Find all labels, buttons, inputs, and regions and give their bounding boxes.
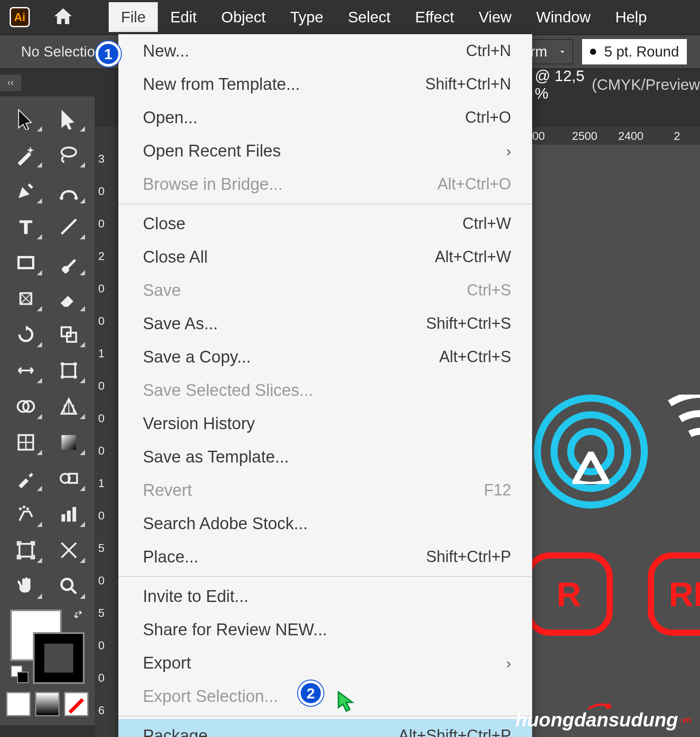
- watermark-suffix: .vn: [680, 716, 691, 725]
- artboard-tool[interactable]: [5, 533, 46, 567]
- direct-selection-tool[interactable]: [48, 102, 89, 136]
- symbol-sprayer-tool[interactable]: [5, 497, 46, 531]
- menu-item-close[interactable]: CloseCtrl+W: [118, 207, 532, 240]
- menu-item-open-recent-files[interactable]: Open Recent Files›: [118, 134, 532, 167]
- ruler-mark: 2: [654, 129, 700, 143]
- svg-rect-5: [62, 364, 75, 377]
- menu-item-label: Save: [143, 280, 181, 301]
- rotate-tool[interactable]: [5, 317, 46, 352]
- svg-point-6: [60, 362, 64, 366]
- watermark: huongdansudung .vn: [515, 709, 691, 731]
- menu-item-label: Share for Review NEW...: [143, 619, 327, 640]
- menu-window[interactable]: Window: [524, 2, 603, 32]
- selection-tool[interactable]: [5, 102, 46, 136]
- menu-item-place[interactable]: Place...Shift+Ctrl+P: [118, 540, 532, 573]
- paintbrush-tool[interactable]: [48, 246, 89, 280]
- rectangle-tool[interactable]: [5, 246, 46, 280]
- cursor-icon: [337, 691, 358, 714]
- menu-file[interactable]: File: [109, 2, 158, 32]
- ruler-mark: 2: [98, 251, 118, 261]
- artwork-rec-badge: R: [525, 552, 613, 636]
- zoom-level: @ 12,5 %: [535, 67, 587, 102]
- menu-item-shortcut: Alt+Ctrl+O: [437, 174, 511, 195]
- ruler-mark: 0: [98, 445, 118, 456]
- menu-item-save-as-template[interactable]: Save as Template...: [118, 440, 532, 474]
- eraser-tool[interactable]: [48, 281, 89, 316]
- menu-item-save-as[interactable]: Save As...Shift+Ctrl+S: [118, 307, 532, 340]
- ruler-mark: 5: [98, 543, 118, 553]
- menu-effect[interactable]: Effect: [403, 2, 466, 32]
- width-tool[interactable]: [5, 353, 46, 388]
- menu-object[interactable]: Object: [209, 2, 278, 32]
- svg-rect-20: [67, 511, 71, 522]
- gradient-chip[interactable]: [35, 692, 60, 716]
- column-graph-tool[interactable]: [48, 497, 89, 531]
- slice-tool[interactable]: [48, 533, 89, 567]
- menu-bar: Ai FileEditObjectTypeSelectEffectViewWin…: [0, 0, 700, 34]
- ruler-mark: 5: [98, 608, 118, 618]
- stroke-swatch[interactable]: [33, 632, 85, 684]
- menu-item-new[interactable]: New...Ctrl+N: [118, 34, 532, 68]
- menu-item-package[interactable]: Package...Alt+Shift+Ctrl+P: [118, 719, 532, 737]
- menu-select[interactable]: Select: [336, 2, 403, 32]
- svg-point-7: [73, 362, 77, 366]
- menu-item-label: Version History: [143, 413, 255, 434]
- perspective-grid-tool[interactable]: [48, 389, 89, 424]
- menu-item-version-history[interactable]: Version History: [118, 407, 532, 440]
- menu-help[interactable]: Help: [603, 2, 659, 32]
- gradient-tool[interactable]: [48, 425, 89, 459]
- stroke-label: 5 pt. Round: [604, 43, 679, 60]
- hand-tool[interactable]: [5, 569, 46, 603]
- menu-item-invite-to-edit[interactable]: Invite to Edit...: [118, 580, 532, 613]
- menu-edit[interactable]: Edit: [158, 2, 209, 32]
- panel-collapse-tab[interactable]: ‹‹: [0, 75, 21, 91]
- pen-tool[interactable]: [5, 174, 46, 208]
- free-transform-tool[interactable]: [48, 353, 89, 388]
- color-chip[interactable]: [6, 692, 31, 716]
- menu-item-open[interactable]: Open...Ctrl+O: [118, 101, 532, 134]
- menu-item-search-adobe-stock[interactable]: Search Adobe Stock...: [118, 507, 532, 540]
- lasso-tool[interactable]: [48, 138, 89, 172]
- type-tool[interactable]: [5, 210, 46, 244]
- svg-point-16: [19, 507, 21, 510]
- scale-tool[interactable]: [48, 317, 89, 352]
- menu-item-shortcut: Alt+Ctrl+W: [435, 246, 511, 267]
- menu-type[interactable]: Type: [278, 2, 336, 32]
- ruler-mark: 0: [98, 575, 118, 586]
- shaper-tool[interactable]: [5, 281, 46, 316]
- callout-badge-2: 2: [298, 680, 323, 706]
- ruler-mark: 0: [98, 381, 118, 391]
- fill-stroke-swatch[interactable]: [10, 609, 85, 684]
- menu-item-label: Close: [143, 213, 185, 234]
- svg-point-23: [61, 579, 72, 590]
- mesh-tool[interactable]: [5, 425, 46, 459]
- menu-item-close-all[interactable]: Close AllAlt+Ctrl+W: [118, 240, 532, 274]
- draw-mode-row: [6, 692, 89, 716]
- menu-item-new-from-template[interactable]: New from Template...Shift+Ctrl+N: [118, 68, 532, 101]
- eyedropper-tool[interactable]: [5, 461, 46, 495]
- menu-item-label: Close All: [143, 246, 208, 267]
- curvature-tool[interactable]: [48, 174, 89, 208]
- menu-view[interactable]: View: [466, 2, 524, 32]
- home-icon[interactable]: [53, 6, 74, 28]
- default-fill-stroke-icon[interactable]: [11, 666, 28, 683]
- swap-fill-stroke-icon[interactable]: [72, 609, 85, 622]
- shape-builder-tool[interactable]: [5, 389, 46, 424]
- menu-item-export[interactable]: Export›: [118, 646, 532, 680]
- line-segment-tool[interactable]: [48, 210, 89, 244]
- blend-tool[interactable]: [48, 461, 89, 495]
- ruler-mark: 2500: [561, 129, 608, 143]
- menu-item-save-a-copy[interactable]: Save a Copy...Alt+Ctrl+S: [118, 340, 532, 374]
- menu-item-label: Save as Template...: [143, 446, 289, 467]
- magic-wand-tool[interactable]: [5, 138, 46, 172]
- svg-point-18: [26, 507, 29, 510]
- zoom-tool[interactable]: [48, 569, 89, 603]
- menu-item-share-for-review-new[interactable]: Share for Review NEW...: [118, 613, 532, 646]
- ruler-mark: 3: [98, 153, 118, 164]
- menu-separator: [118, 716, 532, 716]
- none-chip[interactable]: [64, 692, 89, 716]
- menu-item-label: Open Recent Files: [143, 140, 281, 161]
- stroke-profile[interactable]: 5 pt. Round: [582, 39, 687, 64]
- menu-item-shortcut: Alt+Shift+Ctrl+P: [398, 725, 511, 737]
- menu-item-label: New from Template...: [143, 74, 300, 95]
